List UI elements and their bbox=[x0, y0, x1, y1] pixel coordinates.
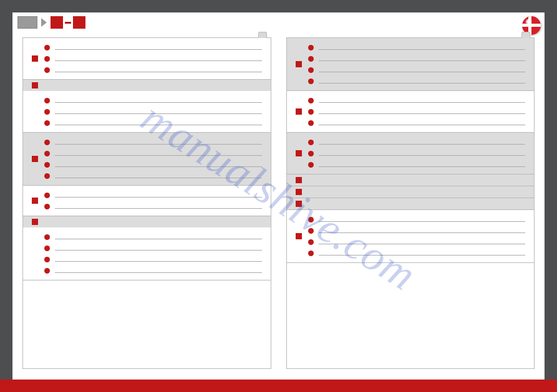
bullet-dot-icon bbox=[308, 120, 314, 126]
list-item bbox=[308, 214, 526, 225]
columns bbox=[12, 32, 545, 379]
bullet-dot-icon bbox=[308, 151, 314, 156]
section-header bbox=[287, 186, 535, 198]
bullet-dot-icon bbox=[308, 79, 314, 84]
section bbox=[23, 38, 271, 80]
rule-line bbox=[55, 60, 262, 61]
square-bullet-icon bbox=[296, 177, 302, 183]
list-item bbox=[44, 170, 262, 181]
bullet-dot-icon bbox=[44, 173, 50, 179]
list-item bbox=[308, 117, 526, 128]
list-item bbox=[308, 64, 526, 75]
list-item bbox=[44, 231, 262, 242]
bullet-dot-icon bbox=[308, 217, 314, 222]
bullet-dot-icon bbox=[308, 67, 314, 73]
rule-line bbox=[319, 155, 526, 156]
bullet-dot-icon bbox=[44, 257, 50, 262]
rule-line bbox=[319, 83, 526, 84]
section bbox=[23, 80, 271, 133]
list-item bbox=[44, 189, 262, 201]
square-bullet-icon bbox=[296, 108, 302, 115]
square-bullet-icon bbox=[296, 189, 302, 195]
section-header bbox=[23, 80, 271, 91]
section bbox=[23, 186, 271, 216]
bullet-dot-icon bbox=[308, 228, 314, 234]
section-header bbox=[23, 216, 271, 227]
square-bullet-icon bbox=[32, 156, 38, 162]
breadcrumb-arrow-icon bbox=[41, 18, 47, 27]
rule-line bbox=[319, 102, 526, 103]
bullet-dot-icon bbox=[44, 98, 50, 103]
rule-line bbox=[55, 155, 262, 156]
section-body bbox=[287, 210, 535, 262]
list-item bbox=[44, 95, 262, 106]
bullet-dot-icon bbox=[44, 246, 50, 251]
rule-line bbox=[55, 49, 262, 50]
bullet-dot-icon bbox=[308, 251, 314, 256]
list-item bbox=[44, 106, 262, 117]
section bbox=[287, 91, 535, 133]
list-item bbox=[44, 64, 262, 75]
section bbox=[23, 133, 271, 186]
list-item bbox=[308, 225, 526, 236]
list-item bbox=[308, 247, 526, 259]
list-item bbox=[44, 117, 262, 128]
bullet-dot-icon bbox=[44, 140, 50, 145]
rule-line bbox=[55, 102, 262, 103]
bullet-dot-icon bbox=[44, 56, 50, 62]
section-body bbox=[23, 38, 271, 79]
list-item bbox=[308, 106, 526, 117]
square-bullet-icon bbox=[32, 198, 38, 204]
section bbox=[287, 210, 535, 263]
left-column bbox=[22, 37, 271, 369]
page: manualshive.com bbox=[12, 12, 545, 380]
section bbox=[287, 38, 535, 91]
square-bullet-icon bbox=[296, 201, 302, 207]
list-item bbox=[44, 136, 262, 148]
list-item bbox=[308, 148, 526, 159]
section bbox=[287, 186, 535, 198]
section bbox=[287, 198, 535, 210]
rule-line bbox=[55, 208, 262, 209]
list-item bbox=[44, 42, 262, 53]
rule-line bbox=[319, 113, 526, 114]
square-bullet-icon bbox=[296, 150, 302, 156]
bullet-dot-icon bbox=[44, 67, 50, 73]
rule-line bbox=[319, 72, 526, 72]
bullet-dot-icon bbox=[44, 268, 50, 274]
rule-line bbox=[319, 49, 526, 50]
rule-line bbox=[55, 197, 262, 198]
rule-line bbox=[55, 72, 262, 72]
breadcrumb-dash bbox=[65, 22, 71, 24]
rule-line bbox=[55, 239, 262, 239]
list-item bbox=[44, 201, 262, 212]
rule-line bbox=[319, 125, 526, 125]
section bbox=[287, 174, 535, 186]
rule-line bbox=[319, 166, 526, 167]
bullet-dot-icon bbox=[308, 109, 314, 115]
breadcrumb bbox=[12, 12, 545, 32]
list-item bbox=[44, 159, 262, 170]
rule-line bbox=[319, 221, 526, 222]
list-item bbox=[44, 254, 262, 265]
section-header bbox=[287, 174, 535, 186]
list-item bbox=[308, 53, 526, 64]
bullet-dot-icon bbox=[44, 204, 50, 209]
list-item bbox=[308, 75, 526, 87]
bullet-dot-icon bbox=[308, 140, 314, 145]
section-body bbox=[287, 91, 535, 132]
list-item bbox=[308, 42, 526, 53]
bullet-dot-icon bbox=[44, 162, 50, 168]
bullet-dot-icon bbox=[44, 45, 50, 50]
breadcrumb-root-box bbox=[17, 16, 37, 29]
right-column bbox=[286, 37, 535, 369]
rule-line bbox=[55, 166, 262, 167]
section-header bbox=[287, 198, 535, 209]
footer-bar bbox=[0, 380, 557, 392]
list-item bbox=[308, 159, 526, 170]
square-bullet-icon bbox=[296, 61, 302, 67]
bullet-dot-icon bbox=[308, 45, 314, 50]
rule-line bbox=[55, 125, 262, 125]
rule-line bbox=[55, 250, 262, 251]
list-item bbox=[308, 136, 526, 148]
